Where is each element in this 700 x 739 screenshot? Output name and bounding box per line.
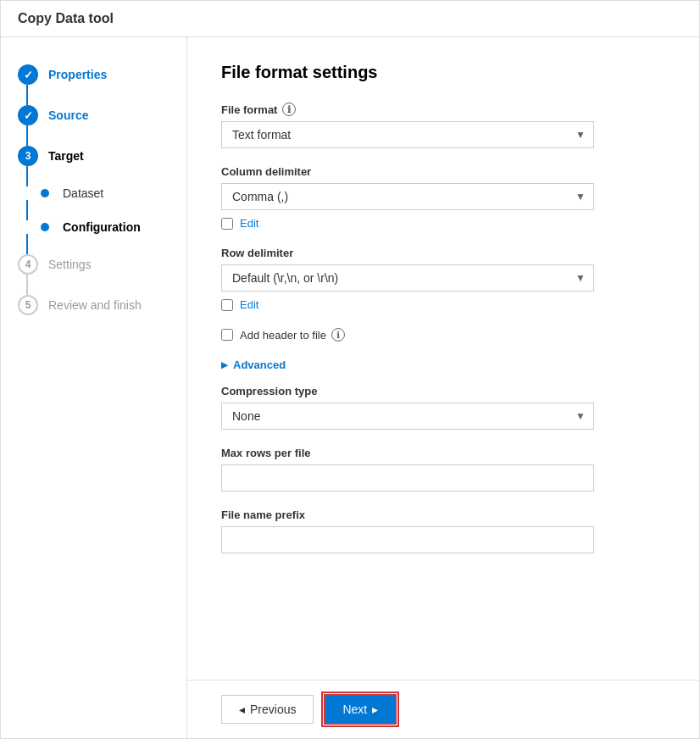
compression-type-select-wrapper: None bzip2 gzip deflate ZipDeflate snapp… [221, 403, 594, 430]
add-header-label: Add header to file ℹ [240, 328, 345, 342]
sidebar-item-review[interactable]: 5 Review and finish [1, 285, 186, 325]
next-chevron-icon: ▸ [372, 703, 378, 716]
sidebar-label-review: Review and finish [48, 298, 142, 312]
section-title: File format settings [221, 63, 665, 82]
row-delimiter-select[interactable]: Default (\r,\n, or \r\n) Carriage Return… [221, 264, 594, 292]
column-edit-label[interactable]: Edit [240, 217, 258, 230]
file-format-select-wrapper: Text format Binary format JSON format Av… [221, 121, 594, 148]
column-delimiter-select[interactable]: Comma (,) Semicolon (;) Tab (\t) Pipe (|… [221, 183, 594, 210]
step-circle-dataset [41, 189, 49, 197]
file-format-select[interactable]: Text format Binary format JSON format Av… [221, 121, 594, 148]
advanced-toggle[interactable]: ▶ Advanced [221, 358, 665, 371]
sidebar-label-dataset: Dataset [63, 186, 103, 200]
sidebar-item-configuration[interactable]: Configuration [1, 210, 186, 244]
add-header-info-icon[interactable]: ℹ [331, 328, 345, 342]
step-circle-target: 3 [18, 146, 38, 166]
sidebar-item-properties[interactable]: ✓ Properties [1, 54, 186, 95]
max-rows-input[interactable] [221, 464, 594, 492]
max-rows-group: Max rows per file [221, 447, 665, 492]
add-header-row: Add header to file ℹ [221, 328, 665, 342]
compression-type-group: Compression type None bzip2 gzip deflate… [221, 385, 665, 430]
next-label: Next [342, 703, 367, 716]
previous-button[interactable]: ◂ Previous [221, 695, 314, 724]
sidebar-item-dataset[interactable]: Dataset [1, 176, 186, 210]
compression-type-select[interactable]: None bzip2 gzip deflate ZipDeflate snapp… [221, 403, 594, 430]
file-format-info-icon[interactable]: ℹ [282, 103, 296, 116]
previous-chevron-icon: ◂ [239, 703, 245, 716]
file-format-group: File format ℹ Text format Binary format … [221, 103, 665, 148]
row-edit-label[interactable]: Edit [240, 298, 258, 311]
add-header-group: Add header to file ℹ [221, 328, 665, 342]
main-content: File format settings File format ℹ Text … [187, 37, 699, 738]
advanced-triangle-icon: ▶ [221, 360, 228, 370]
row-delimiter-group: Row delimiter Default (\r,\n, or \r\n) C… [221, 247, 665, 311]
row-edit-checkbox[interactable] [221, 299, 233, 311]
next-button[interactable]: Next ▸ [324, 694, 397, 725]
main-footer: ◂ Previous Next ▸ [187, 680, 699, 738]
sidebar-label-configuration: Configuration [63, 220, 141, 234]
sidebar-item-target[interactable]: 3 Target [1, 136, 186, 176]
file-name-prefix-group: File name prefix [221, 508, 665, 553]
max-rows-label: Max rows per file [221, 447, 665, 459]
step-circle-settings: 4 [18, 254, 38, 275]
sidebar-label-properties: Properties [48, 68, 107, 81]
column-delimiter-label: Column delimiter [221, 165, 665, 178]
file-name-prefix-label: File name prefix [221, 508, 665, 521]
column-edit-row: Edit [221, 217, 665, 230]
add-header-checkbox[interactable] [221, 329, 233, 341]
column-edit-checkbox[interactable] [221, 218, 233, 230]
row-edit-row: Edit [221, 298, 665, 311]
sidebar-label-target: Target [48, 149, 84, 163]
column-delimiter-select-wrapper: Comma (,) Semicolon (;) Tab (\t) Pipe (|… [221, 183, 594, 210]
file-format-label: File format ℹ [221, 103, 665, 116]
row-delimiter-select-wrapper: Default (\r,\n, or \r\n) Carriage Return… [221, 264, 594, 292]
app-header: Copy Data tool [1, 1, 699, 37]
main-scrollable: File format settings File format ℹ Text … [187, 37, 699, 680]
sidebar-item-settings[interactable]: 4 Settings [1, 244, 186, 285]
sidebar-item-source[interactable]: ✓ Source [1, 95, 186, 136]
sidebar-label-source: Source [48, 108, 88, 122]
step-circle-configuration [41, 223, 49, 231]
step-circle-properties: ✓ [18, 64, 38, 85]
previous-label: Previous [250, 703, 296, 716]
step-circle-source: ✓ [18, 105, 38, 125]
sidebar: ✓ Properties ✓ Source 3 Target [1, 37, 187, 738]
sidebar-label-settings: Settings [48, 258, 92, 271]
compression-type-label: Compression type [221, 385, 665, 397]
step-circle-review: 5 [18, 295, 38, 315]
file-name-prefix-input[interactable] [221, 526, 594, 553]
advanced-label: Advanced [233, 358, 286, 371]
app-title: Copy Data tool [18, 11, 114, 25]
column-delimiter-group: Column delimiter Comma (,) Semicolon (;)… [221, 165, 665, 230]
row-delimiter-label: Row delimiter [221, 247, 665, 259]
